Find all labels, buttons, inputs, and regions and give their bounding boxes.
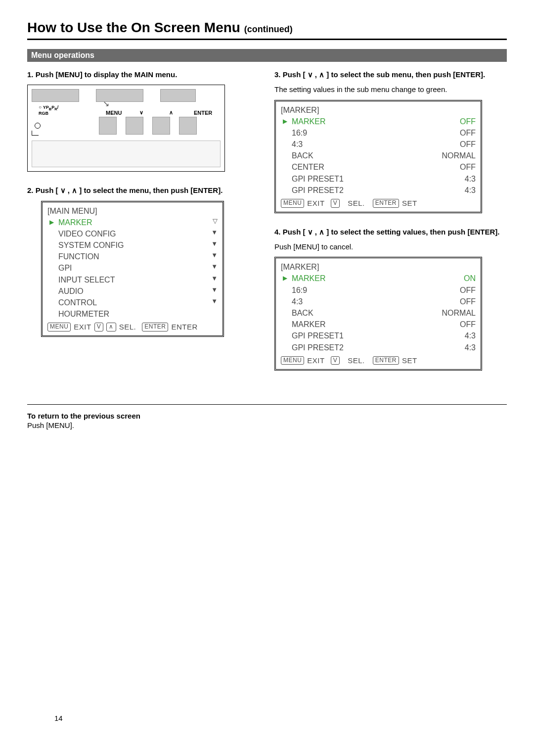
triangle-down-icon: ▼: [211, 274, 218, 285]
menu-item-label: CONTROL: [58, 297, 97, 308]
return-body: Push [MENU].: [27, 421, 507, 429]
submenu-row[interactable]: 4:3OFF: [281, 139, 476, 150]
submenu-row[interactable]: MARKEROFF: [281, 319, 476, 330]
row-label: MARKER: [292, 273, 325, 284]
submenu-row[interactable]: GPI PRESET24:3: [281, 185, 476, 196]
footer-exit-label: EXIT: [307, 198, 324, 209]
footer-sel-label: SEL.: [348, 198, 365, 209]
footer-sel-label: SEL.: [348, 355, 365, 366]
triangle-down-icon: ▼: [211, 285, 218, 297]
panel-label-row: ○ YPBPR/RGB MENU ∨ ∧ ENTER: [32, 105, 221, 116]
footer-enter-label: ENTER: [171, 322, 197, 332]
down-button[interactable]: [126, 117, 143, 135]
row-label: 4:3: [292, 296, 303, 307]
button-panel-diagram: ↘ ○ YPBPR/RGB MENU ∨ ∧ ENTER: [27, 85, 225, 172]
row-value: 4:3: [465, 185, 476, 196]
row-label: BACK: [292, 307, 313, 319]
rgb-label: ○ YPBPR/RGB: [39, 105, 58, 116]
down-symbol: ∨: [139, 109, 143, 116]
row-value: 4:3: [465, 173, 476, 185]
row-value: OFF: [460, 127, 476, 139]
enter-key-icon: ENTER: [373, 356, 399, 365]
menu-item[interactable]: SYSTEM CONFIG▼: [47, 239, 218, 251]
submenu-row[interactable]: BACKNORMAL: [281, 150, 476, 161]
menu-item-label: SYSTEM CONFIG: [58, 239, 124, 251]
row-label: MARKER: [292, 319, 325, 330]
title-main: How to Use the On Screen Menu: [27, 20, 244, 35]
menu-item-label: HOURMETER: [58, 308, 109, 320]
divider: [27, 404, 507, 405]
footer-sel-label: SEL.: [119, 322, 136, 332]
menu-key-icon: MENU: [47, 323, 71, 331]
menu-item-marker[interactable]: MARKER ▽: [47, 217, 218, 228]
enter-key-icon: ENTER: [142, 323, 168, 331]
submenu-row[interactable]: GPI PRESET24:3: [281, 342, 476, 353]
enter-label: ENTER: [194, 110, 212, 116]
triangle-down-icon: ▼: [211, 262, 218, 274]
row-value: OFF: [460, 296, 476, 307]
osd-footer: MENU EXIT V SEL. ENTER SET: [281, 353, 476, 366]
footer-exit-label: EXIT: [307, 355, 324, 366]
menu-item[interactable]: VIDEO CONFIG▼: [47, 228, 218, 239]
panel-slot: [32, 89, 79, 102]
menu-item[interactable]: CONTROL▼: [47, 297, 218, 308]
step4-heading: 4. Push [ ∨ , ∧ ] to select the setting …: [274, 227, 507, 237]
submenu-row[interactable]: GPI PRESET14:3: [281, 173, 476, 185]
title-rule: [27, 39, 507, 40]
submenu-row[interactable]: 16:9OFF: [281, 127, 476, 139]
menu-button[interactable]: [99, 117, 117, 135]
row-label: GPI PRESET1: [292, 330, 344, 341]
triangle-down-icon: ▼: [211, 239, 218, 251]
menu-item[interactable]: INPUT SELECT▼: [47, 274, 218, 285]
up-button[interactable]: [152, 117, 170, 135]
submenu-row[interactable]: 4:3OFF: [281, 296, 476, 307]
menu-item-label: INPUT SELECT: [58, 274, 115, 285]
footer-set-label: SET: [402, 355, 417, 366]
menu-item-label: FUNCTION: [58, 251, 99, 262]
osd-title: [MARKER]: [281, 261, 476, 273]
row-value: 4:3: [465, 330, 476, 341]
up-symbol: ∧: [169, 109, 173, 116]
step3-heading: 3. Push [ ∨ , ∧ ] to select the sub menu…: [274, 70, 507, 80]
enter-key-icon: ENTER: [373, 199, 399, 208]
row-label: GPI PRESET2: [292, 185, 344, 196]
row-label: MARKER: [292, 116, 325, 127]
menu-item[interactable]: FUNCTION▼: [47, 251, 218, 262]
submenu-row[interactable]: MARKEROFF: [281, 116, 476, 127]
row-label: CENTER: [292, 161, 324, 173]
submenu-row[interactable]: GPI PRESET14:3: [281, 330, 476, 341]
row-label: GPI PRESET2: [292, 342, 344, 353]
row-value: OFF: [460, 284, 476, 296]
step4-body: Push [MENU] to cancel.: [274, 242, 507, 252]
osd-footer: MENU EXIT V SEL. ENTER SET: [281, 196, 476, 209]
up-key-icon: ∧: [106, 323, 116, 331]
footer-exit-label: EXIT: [74, 322, 91, 332]
menu-item[interactable]: HOURMETER: [47, 308, 218, 320]
menu-item-label: AUDIO: [58, 285, 84, 297]
row-value: ON: [464, 273, 476, 284]
row-value: OFF: [460, 161, 476, 173]
row-label: 16:9: [292, 284, 307, 296]
triangle-down-icon: ▼: [211, 297, 218, 308]
submenu-row[interactable]: 16:9OFF: [281, 284, 476, 296]
step3-body: The setting values in the sub menu chang…: [274, 85, 507, 94]
osd-title: [MARKER]: [281, 104, 476, 116]
v-key-icon: V: [94, 323, 104, 331]
section-bar: Menu operations: [27, 49, 507, 62]
submenu-row[interactable]: CENTEROFF: [281, 161, 476, 173]
step1-heading: 1. Push [MENU] to display the MAIN menu.: [27, 70, 260, 80]
row-value: OFF: [460, 319, 476, 330]
submenu-row[interactable]: MARKERON: [281, 273, 476, 284]
row-label: GPI PRESET1: [292, 173, 344, 185]
marker-menu-b-osd: [MARKER] MARKERON 16:9OFF 4:3OFF BACKNOR…: [274, 257, 482, 370]
return-heading: To return to the previous screen: [27, 412, 507, 420]
marker-menu-a-osd: [MARKER] MARKEROFF 16:9OFF 4:3OFF BACKNO…: [274, 100, 482, 213]
v-key-icon: V: [331, 199, 340, 208]
v-key-icon: V: [331, 356, 340, 365]
main-menu-osd: [MAIN MENU] MARKER ▽ VIDEO CONFIG▼ SYSTE…: [41, 201, 224, 337]
menu-item[interactable]: AUDIO▼: [47, 285, 218, 297]
submenu-row[interactable]: BACKNORMAL: [281, 307, 476, 319]
menu-item[interactable]: GPI▼: [47, 262, 218, 274]
triangle-down-icon: ▽: [213, 217, 218, 228]
enter-button[interactable]: [179, 117, 197, 135]
